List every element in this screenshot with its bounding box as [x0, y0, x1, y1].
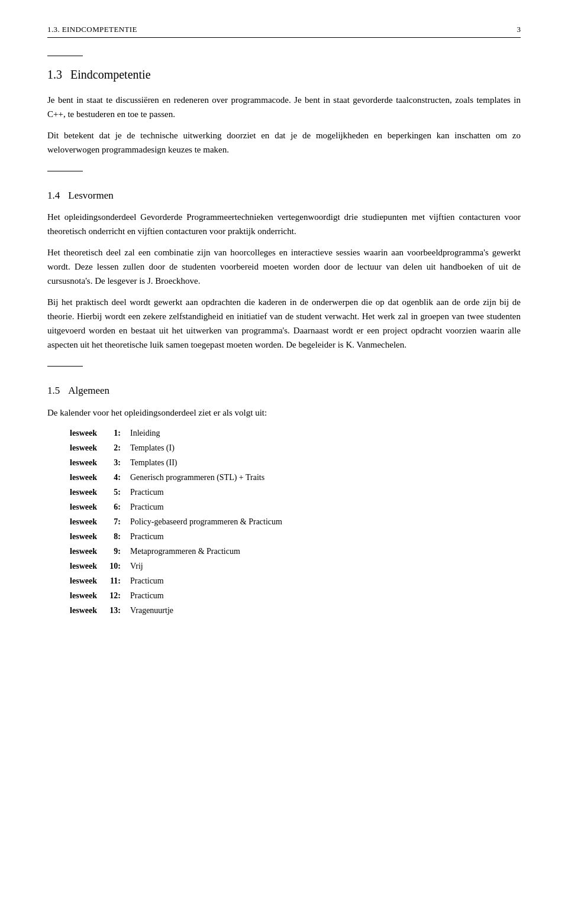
schedule-row: lesweek11:Practicum: [47, 575, 521, 587]
section-title-14: Lesvormen: [68, 188, 113, 203]
section-14: 1.4 Lesvormen Het opleidingsonderdeel Ge…: [47, 171, 521, 352]
page-header: 1.3. EINDCOMPETENTIE 3: [47, 24, 521, 38]
section-14-para-2: Het theoretisch deel zal een combinatie …: [47, 245, 521, 288]
schedule-week-label: lesweek: [47, 560, 101, 572]
schedule-content: Generisch programmeren (STL) + Traits: [124, 471, 264, 484]
schedule-week-num: 4:: [101, 471, 124, 484]
schedule-content: Practicum: [124, 589, 164, 602]
header-right: 3: [517, 24, 521, 35]
schedule-week-num: 5:: [101, 486, 124, 498]
schedule-row: lesweek6:Practicum: [47, 501, 521, 513]
schedule-table: lesweek1:Inleidinglesweek2:Templates (I)…: [47, 427, 521, 617]
schedule-week-label: lesweek: [47, 471, 101, 484]
schedule-week-num: 9:: [101, 545, 124, 557]
schedule-week-num: 6:: [101, 501, 124, 513]
schedule-content: Templates (I): [124, 442, 175, 454]
section-15-intro: De kalender voor het opleidingsonderdeel…: [47, 406, 521, 420]
section-number-14: 1.4: [47, 188, 60, 203]
schedule-row: lesweek12:Practicum: [47, 589, 521, 602]
schedule-row: lesweek5:Practicum: [47, 486, 521, 498]
schedule-week-label: lesweek: [47, 545, 101, 557]
section-heading-13: 1.3 Eindcompetentie: [47, 66, 521, 83]
schedule-row: lesweek2:Templates (I): [47, 442, 521, 454]
section-divider-13: [47, 56, 83, 56]
schedule-week-num: 8:: [101, 530, 124, 543]
schedule-row: lesweek9:Metaprogrammeren & Practicum: [47, 545, 521, 557]
schedule-week-label: lesweek: [47, 516, 101, 528]
schedule-week-label: lesweek: [47, 530, 101, 543]
section-title-13: Eindcompetentie: [70, 66, 151, 83]
schedule-row: lesweek1:Inleiding: [47, 427, 521, 439]
section-14-para-1: Het opleidingsonderdeel Gevorderde Progr…: [47, 210, 521, 238]
schedule-content: Vragenuurtje: [124, 604, 173, 617]
schedule-week-num: 7:: [101, 516, 124, 528]
section-13-para-2: Dit betekent dat je de technische uitwer…: [47, 128, 521, 157]
schedule-week-num: 12:: [101, 589, 124, 602]
schedule-content: Practicum: [124, 501, 164, 513]
schedule-content: Metaprogrammeren & Practicum: [124, 545, 240, 557]
page: 1.3. EINDCOMPETENTIE 3 1.3 Eindcompetent…: [0, 0, 568, 924]
schedule-week-num: 3:: [101, 456, 124, 469]
schedule-content: Policy-gebaseerd programmeren & Practicu…: [124, 516, 282, 528]
schedule-week-label: lesweek: [47, 575, 101, 587]
schedule-content: Inleiding: [124, 427, 160, 439]
schedule-row: lesweek10:Vrij: [47, 560, 521, 572]
schedule-week-num: 10:: [101, 560, 124, 572]
schedule-row: lesweek7:Policy-gebaseerd programmeren &…: [47, 516, 521, 528]
section-number-13: 1.3: [47, 66, 62, 83]
schedule-row: lesweek4:Generisch programmeren (STL) + …: [47, 471, 521, 484]
schedule-content: Vrij: [124, 560, 143, 572]
schedule-content: Practicum: [124, 530, 164, 543]
schedule-content: Practicum: [124, 486, 164, 498]
schedule-content: Practicum: [124, 575, 164, 587]
section-title-15: Algemeen: [68, 383, 109, 398]
header-left: 1.3. EINDCOMPETENTIE: [47, 24, 137, 35]
section-divider-14: [47, 171, 83, 171]
section-number-15: 1.5: [47, 383, 60, 398]
section-13: 1.3 Eindcompetentie Je bent in staat te …: [47, 56, 521, 157]
schedule-content: Templates (II): [124, 456, 177, 469]
schedule-week-num: 11:: [101, 575, 124, 587]
schedule-row: lesweek3:Templates (II): [47, 456, 521, 469]
schedule-row: lesweek8:Practicum: [47, 530, 521, 543]
schedule-week-num: 13:: [101, 604, 124, 617]
section-heading-14: 1.4 Lesvormen: [47, 188, 521, 203]
schedule-week-label: lesweek: [47, 589, 101, 602]
schedule-week-label: lesweek: [47, 501, 101, 513]
schedule-row: lesweek13:Vragenuurtje: [47, 604, 521, 617]
section-13-para-1: Je bent in staat te discussiëren en rede…: [47, 93, 521, 121]
schedule-week-label: lesweek: [47, 456, 101, 469]
section-heading-15: 1.5 Algemeen: [47, 383, 521, 398]
section-14-para-3: Bij het praktisch deel wordt gewerkt aan…: [47, 295, 521, 352]
schedule-week-label: lesweek: [47, 604, 101, 617]
schedule-week-num: 1:: [101, 427, 124, 439]
schedule-week-label: lesweek: [47, 427, 101, 439]
section-divider-15: [47, 366, 83, 367]
schedule-week-num: 2:: [101, 442, 124, 454]
schedule-week-label: lesweek: [47, 442, 101, 454]
schedule-week-label: lesweek: [47, 486, 101, 498]
section-15: 1.5 Algemeen De kalender voor het opleid…: [47, 366, 521, 617]
